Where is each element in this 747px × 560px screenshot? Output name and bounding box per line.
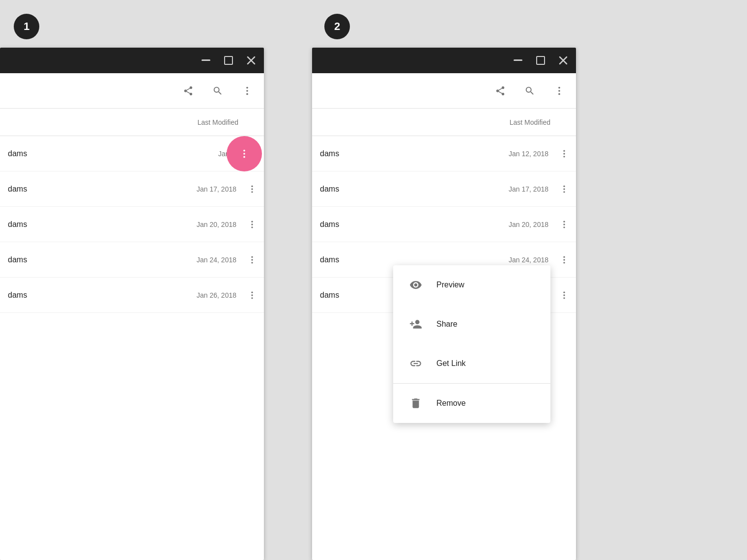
item-date: Jan 24, 2018	[187, 256, 236, 264]
svg-point-26	[558, 86, 560, 88]
item-name: dams	[8, 291, 187, 300]
share-icon-1[interactable]	[179, 82, 197, 100]
svg-point-8	[243, 153, 245, 155]
last-modified-label-1: Last Modified	[198, 118, 238, 126]
list-item[interactable]: dams Jan 12, 2018	[0, 136, 264, 171]
menu-item-preview-label: Preview	[436, 280, 464, 289]
item-date: Jan 20, 2018	[187, 221, 236, 228]
last-modified-label-2: Last Modified	[510, 118, 550, 126]
list-body-1: dams Jan 12, 2018 dams Jan 17, 2018 dams…	[0, 136, 264, 560]
svg-point-42	[563, 294, 565, 296]
svg-point-41	[563, 291, 565, 293]
title-bar-1	[0, 48, 264, 73]
close-button-2[interactable]	[556, 54, 570, 67]
list-item[interactable]: dams Jan 24, 2018	[0, 242, 264, 278]
svg-point-21	[251, 297, 253, 299]
more-menu-button[interactable]	[242, 285, 262, 305]
panel-1: Last Modified dams Jan 12, 2018 dams Jan…	[0, 48, 264, 560]
share-icon-2[interactable]	[491, 82, 509, 100]
item-name: dams	[320, 185, 499, 194]
svg-point-17	[251, 259, 253, 260]
list-item[interactable]: dams Jan 17, 2018	[312, 171, 576, 207]
svg-point-18	[251, 262, 253, 263]
search-icon-1[interactable]	[209, 82, 227, 100]
step-badge-1: 1	[14, 14, 39, 39]
svg-point-9	[243, 156, 245, 158]
more-menu-button[interactable]	[554, 285, 574, 305]
more-menu-button[interactable]	[242, 179, 262, 199]
list-item[interactable]: dams Jan 17, 2018	[0, 171, 264, 207]
item-name: dams	[320, 255, 499, 264]
title-bar-2	[312, 48, 576, 73]
minimize-button-1[interactable]	[199, 54, 213, 67]
svg-point-35	[563, 221, 565, 222]
svg-point-15	[251, 226, 253, 228]
svg-point-27	[558, 90, 560, 92]
close-button-1[interactable]	[244, 54, 258, 67]
svg-point-6	[246, 93, 248, 95]
item-date: Jan 17, 2018	[187, 185, 236, 193]
list-item[interactable]: dams Jan 12, 2018	[312, 136, 576, 171]
menu-item-preview[interactable]: Preview	[393, 265, 550, 305]
more-menu-button[interactable]	[554, 250, 574, 270]
svg-point-40	[563, 262, 565, 263]
item-name: dams	[320, 220, 499, 229]
svg-point-13	[251, 221, 253, 222]
svg-point-19	[251, 291, 253, 293]
svg-point-33	[563, 188, 565, 190]
list-item[interactable]: dams Jan 20, 2018	[312, 207, 576, 242]
svg-point-30	[563, 153, 565, 154]
minimize-button-2[interactable]	[511, 54, 525, 67]
svg-point-29	[563, 150, 565, 151]
item-name: dams	[8, 185, 187, 194]
svg-rect-0	[201, 59, 210, 61]
svg-point-36	[563, 224, 565, 225]
svg-rect-1	[225, 56, 232, 64]
svg-point-43	[563, 297, 565, 299]
svg-point-38	[563, 256, 565, 257]
menu-item-get-link-label: Get Link	[436, 359, 466, 368]
svg-point-16	[251, 256, 253, 257]
list-item[interactable]: dams Jan 20, 2018	[0, 207, 264, 242]
item-name: dams	[320, 149, 499, 158]
search-icon-2[interactable]	[521, 82, 539, 100]
column-header-2: Last Modified	[312, 109, 576, 136]
more-menu-button[interactable]	[554, 215, 574, 234]
more-icon-2[interactable]	[550, 82, 568, 100]
list-item[interactable]: dams Jan 26, 2018	[0, 278, 264, 313]
menu-item-remove[interactable]: Remove	[393, 384, 550, 423]
maximize-button-2[interactable]	[534, 54, 547, 67]
more-icon-1[interactable]	[238, 82, 256, 100]
more-menu-button-highlighted[interactable]	[227, 136, 262, 171]
more-menu-button[interactable]	[554, 179, 574, 199]
svg-point-28	[558, 93, 560, 95]
svg-point-31	[563, 156, 565, 157]
menu-item-share-label: Share	[436, 320, 458, 329]
svg-point-11	[251, 188, 253, 190]
item-name: dams	[8, 255, 187, 264]
trash-icon	[407, 394, 425, 412]
svg-rect-23	[537, 56, 545, 64]
svg-point-7	[243, 149, 245, 151]
svg-point-39	[563, 259, 565, 260]
menu-item-get-link[interactable]: Get Link	[393, 344, 550, 383]
maximize-button-1[interactable]	[222, 54, 235, 67]
item-date: Jan 12, 2018	[499, 150, 548, 158]
svg-point-12	[251, 191, 253, 193]
toolbar-1	[0, 73, 264, 109]
more-menu-button[interactable]	[242, 215, 262, 234]
item-date: Jan 26, 2018	[187, 291, 236, 299]
menu-item-remove-label: Remove	[436, 399, 466, 408]
more-menu-button-active[interactable]	[554, 144, 574, 164]
item-date: Jan 17, 2018	[499, 185, 548, 193]
item-name: dams	[8, 220, 187, 229]
item-date: Jan 24, 2018	[499, 256, 548, 264]
svg-point-34	[563, 191, 565, 193]
item-name: dams	[8, 149, 209, 158]
share-person-icon	[407, 315, 425, 333]
more-menu-button[interactable]	[242, 250, 262, 270]
step-badge-2: 2	[324, 14, 350, 39]
eye-icon	[407, 276, 425, 294]
menu-item-share[interactable]: Share	[393, 305, 550, 344]
svg-point-14	[251, 224, 253, 225]
